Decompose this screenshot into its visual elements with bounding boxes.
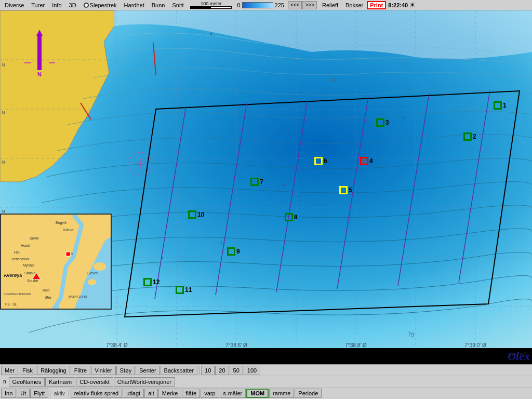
- print-button[interactable]: Print: [367, 1, 386, 9]
- toolbar-row-3: Inn Ut Flytt aktiv relativ fluks spred u…: [0, 388, 532, 399]
- svg-text:7°38.8' Ø: 7°38.8' Ø: [345, 342, 367, 348]
- menu-diverse[interactable]: Diverse: [1, 1, 28, 9]
- marker-label-3: 3: [385, 119, 389, 126]
- svg-text:7°38.6' Ø: 7°38.6' Ø: [225, 342, 247, 348]
- sep1: [199, 366, 200, 375]
- depth-indicator: 0 225: [237, 2, 284, 8]
- marker-box-11: [176, 286, 184, 294]
- svg-text:FS: FS: [5, 302, 10, 306]
- btn-utlagt[interactable]: utlagt: [123, 389, 144, 398]
- marker-box-4: [360, 157, 368, 165]
- btn-filtre[interactable]: Filtre: [71, 366, 90, 375]
- scale-20[interactable]: 20: [215, 366, 229, 375]
- svg-text:›: ›: [403, 114, 405, 121]
- menu-slepestrek[interactable]: Slepestrek: [80, 1, 121, 9]
- btn-relativ[interactable]: relativ fluks spred: [71, 389, 123, 398]
- marker-box-10: [188, 210, 196, 219]
- svg-text:34: 34: [330, 77, 336, 83]
- svg-text:SL: SL: [12, 302, 17, 306]
- marker-11[interactable]: 11: [176, 286, 192, 294]
- marker-7[interactable]: 7: [250, 178, 263, 186]
- btn-geonames[interactable]: GeoNames: [9, 377, 45, 387]
- marker-label-12: 12: [153, 278, 159, 286]
- nav-back-btn[interactable]: <<<: [288, 1, 302, 9]
- svg-text:Rød: Rød: [43, 288, 49, 292]
- btn-ramme[interactable]: ramme: [269, 389, 294, 398]
- sun-icon: ☀: [409, 1, 416, 9]
- radio-icon: [84, 3, 89, 8]
- nav-buttons: <<< >>>: [288, 1, 317, 9]
- marker-2[interactable]: 2: [463, 132, 476, 141]
- sep2: [50, 389, 50, 397]
- marker-10[interactable]: 10: [188, 210, 204, 219]
- btn-flytt[interactable]: Flytt: [30, 389, 48, 398]
- scale-100[interactable]: 100: [244, 366, 260, 375]
- btn-varp[interactable]: varp: [201, 389, 219, 398]
- marker-3[interactable]: 3: [376, 118, 389, 127]
- scale-10[interactable]: 10: [201, 366, 215, 375]
- chart-background: › › › › › 4 34 27 79 N N N N N 7°38.4' Ø: [0, 10, 532, 364]
- btn-alt[interactable]: alt: [144, 389, 158, 398]
- marker-label-11: 11: [185, 286, 192, 294]
- svg-text:19: 19: [69, 252, 73, 256]
- btn-smaler[interactable]: s-måler: [220, 389, 246, 398]
- svg-text:BATNFJORD: BATNFJORD: [69, 295, 87, 298]
- north-arrow: N: [37, 34, 42, 77]
- menu-snitt[interactable]: Snitt: [168, 1, 187, 9]
- btn-periode[interactable]: Periode: [295, 389, 322, 398]
- btn-stoy[interactable]: Støy: [116, 366, 136, 375]
- marker-8[interactable]: 8: [285, 213, 298, 221]
- time-display: 8:22:40: [388, 2, 408, 8]
- top-menu-bar: Diverse Turer Info 3D Slepestrek Hardhet…: [0, 0, 532, 10]
- marker-label-8: 8: [294, 214, 298, 221]
- btn-mom[interactable]: MOM: [246, 389, 269, 398]
- btn-vinkler[interactable]: Vinkler: [91, 366, 115, 375]
- btn-backscatter[interactable]: Backscatter: [161, 366, 197, 375]
- svg-text:KVERNEFJORDEN: KVERNEFJORDEN: [4, 292, 31, 296]
- marker-5[interactable]: 5: [339, 186, 352, 194]
- marker-1[interactable]: 1: [494, 101, 507, 110]
- svg-text:7°38.4' Ø: 7°38.4' Ø: [106, 342, 128, 348]
- btn-cd-oversikt[interactable]: CD-oversikt: [76, 377, 113, 387]
- btn-flate[interactable]: flåte: [182, 389, 200, 398]
- menu-relieff[interactable]: Relieff: [318, 1, 342, 9]
- btn-ralogging[interactable]: Rålogging: [37, 366, 70, 375]
- n-label: n: [1, 379, 8, 384]
- svg-text:N: N: [2, 159, 5, 165]
- depth-max: 225: [275, 2, 284, 8]
- marker-12[interactable]: 12: [143, 278, 159, 286]
- menu-3d[interactable]: 3D: [65, 1, 80, 9]
- marker-9[interactable]: 9: [227, 247, 240, 256]
- nav-forward-btn[interactable]: >>>: [302, 1, 317, 9]
- marker-label-10: 10: [197, 211, 204, 218]
- btn-ut[interactable]: Ut: [17, 389, 30, 398]
- marker-box-8: [285, 213, 293, 221]
- marker-4[interactable]: 4: [360, 157, 373, 165]
- menu-hardhet[interactable]: Hardhet: [121, 1, 148, 9]
- btn-mer[interactable]: Mer: [1, 366, 18, 375]
- svg-text:Hol: Hol: [14, 250, 20, 254]
- marker-box-2: [463, 132, 472, 141]
- marker-label-1: 1: [503, 102, 507, 109]
- svg-text:Stokke: Stokke: [24, 271, 36, 275]
- btn-chartworld[interactable]: ChartWorld-versjoner: [114, 377, 175, 387]
- svg-text:Øre: Øre: [45, 296, 51, 299]
- svg-text:7°39.0' Ø: 7°39.0' Ø: [464, 342, 486, 348]
- btn-kartnavn[interactable]: Kartnavn: [45, 377, 75, 387]
- menu-bunn[interactable]: Bunn: [148, 1, 169, 9]
- btn-senter[interactable]: Senter: [136, 366, 159, 375]
- svg-text:Stokke: Stokke: [27, 279, 38, 283]
- btn-merke[interactable]: Merke: [158, 389, 182, 398]
- menu-info[interactable]: Info: [48, 1, 65, 9]
- menu-turer[interactable]: Turer: [28, 1, 48, 9]
- menu-bokser[interactable]: Bokser: [342, 1, 367, 9]
- scale-50[interactable]: 50: [230, 366, 243, 375]
- marker-6[interactable]: 6: [314, 157, 327, 165]
- marker-box-3: [376, 118, 384, 127]
- marker-box-6: [314, 157, 323, 165]
- btn-inn[interactable]: Inn: [1, 389, 16, 398]
- btn-fisk[interactable]: Fisk: [19, 366, 36, 375]
- olex-brand: Olex: [508, 350, 530, 363]
- marker-label-4: 4: [369, 157, 373, 165]
- svg-text:Søvik: Søvik: [30, 236, 39, 240]
